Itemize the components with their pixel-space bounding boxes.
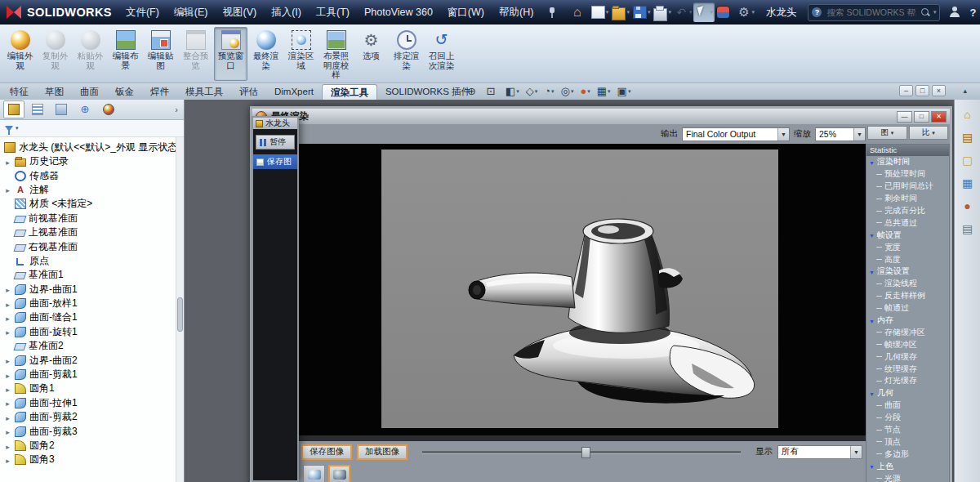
expand-arrow-icon[interactable]	[4, 426, 11, 437]
custom-properties-icon[interactable]: ▤	[959, 221, 977, 237]
render-view-button[interactable]	[303, 465, 325, 482]
apply-scene-icon[interactable]: ▦▾	[597, 85, 611, 98]
slider-thumb[interactable]	[581, 447, 590, 458]
image-menu-button[interactable]: 图▾	[867, 126, 907, 140]
statistic-item[interactable]: 多边形	[866, 448, 949, 460]
menu-pin-icon[interactable]	[546, 6, 559, 19]
hide-show-items-icon[interactable]: ◎▾	[561, 85, 574, 98]
search-input[interactable]	[825, 7, 917, 18]
ribbon-button-edit-appearance[interactable]: 编辑外观	[3, 27, 37, 81]
view-palette-icon[interactable]: ▦	[959, 175, 977, 191]
compare-menu-button[interactable]: 比▾	[909, 126, 949, 140]
rebuild-icon[interactable]: ▾	[715, 2, 736, 22]
statistic-item[interactable]: 曲面	[866, 399, 949, 412]
filter-dropdown-icon[interactable]: ▾	[16, 125, 19, 132]
tab-evaluate[interactable]: 评估	[231, 84, 266, 100]
view-orientation-icon[interactable]: ◇▾	[526, 85, 538, 98]
save-image-button[interactable]: 保存图像	[301, 444, 352, 460]
feature-tree-item[interactable]: 原点	[0, 254, 176, 268]
feature-tree-item[interactable]: 曲面-剪裁3	[0, 424, 176, 438]
image-compare-slider[interactable]	[422, 446, 741, 457]
ribbon-button-integrated-preview[interactable]: 整合预览	[179, 27, 212, 81]
feature-tree-item[interactable]: 基准面1	[0, 268, 176, 282]
feature-tree-item[interactable]: 传感器	[0, 168, 176, 182]
menu-photoview-360[interactable]: PhotoView 360	[357, 0, 440, 25]
expand-arrow-icon[interactable]	[4, 156, 11, 167]
statistic-item[interactable]: 高度	[866, 253, 949, 266]
undo-icon[interactable]: ↶▾	[673, 2, 694, 22]
tab-solidworks-add-ins[interactable]: SOLIDWORKS 插件	[377, 84, 479, 100]
statistic-item[interactable]: 上色	[866, 460, 949, 472]
dialog-minimize-button[interactable]: —	[897, 111, 912, 123]
feature-tree-root[interactable]: 水龙头 (默认<<默认>_外观 显示状态-2>)	[0, 140, 176, 154]
feature-tree-item[interactable]: 曲面-旋转1	[0, 325, 176, 339]
statistic-item[interactable]: 光源	[866, 472, 949, 482]
user-account-icon[interactable]	[948, 6, 961, 19]
save-icon[interactable]: ▾	[631, 2, 653, 22]
tree-scrollbar[interactable]	[176, 137, 184, 482]
doc-minimize-button[interactable]: –	[899, 85, 913, 96]
doc-restore-button[interactable]: □	[915, 85, 929, 96]
edit-appearance-icon[interactable]: ●▾	[580, 85, 590, 98]
feature-manager-tab[interactable]	[3, 100, 24, 118]
zoom-area-icon[interactable]: ⊡▾	[486, 85, 498, 98]
expand-arrow-icon[interactable]	[4, 412, 11, 423]
tab-features[interactable]: 特征	[2, 84, 37, 100]
expand-arrow-icon[interactable]	[4, 454, 11, 466]
expand-arrow-icon[interactable]	[4, 383, 11, 395]
feature-tree-item[interactable]: 曲面-缝合1	[0, 310, 176, 324]
statistic-item[interactable]: 灯光缓存	[866, 375, 949, 387]
feature-tree-item[interactable]: 基准面2	[0, 339, 176, 353]
tab-weldments[interactable]: 焊件	[142, 84, 177, 100]
compare-view-button[interactable]	[328, 465, 350, 482]
feature-tree-item[interactable]: 圆角1	[0, 382, 176, 395]
statistic-item[interactable]: 纹理缓存	[866, 363, 949, 375]
statistic-item[interactable]: 预处理时间	[866, 168, 949, 181]
statistic-item[interactable]: 渲染设置	[866, 266, 949, 278]
expand-arrow-icon[interactable]	[4, 312, 11, 324]
statistic-item[interactable]: 渲染线程	[866, 278, 949, 290]
ribbon-button-copy-appearance[interactable]: 复制外观	[38, 27, 72, 81]
print-icon[interactable]: ▾	[652, 2, 673, 22]
statistic-item[interactable]: 渲染时间	[866, 156, 949, 168]
design-library-icon[interactable]: ▤	[959, 129, 977, 145]
feature-tree-item[interactable]: 右视基准面	[0, 239, 176, 253]
options-gear-icon[interactable]: ⚙▾	[735, 2, 756, 22]
tab-surfaces[interactable]: 曲面	[72, 84, 107, 100]
feature-tree-item[interactable]: 边界-曲面2	[0, 353, 176, 367]
display-style-icon[interactable]: ◔▾	[544, 85, 554, 98]
feature-tree-item[interactable]: 前视基准面	[0, 212, 176, 225]
ribbon-button-edit-decal[interactable]: 编辑贴图	[144, 27, 177, 81]
menu-file[interactable]: 文件(F)	[118, 0, 167, 25]
ribbon-collapse-icon[interactable]: ▴	[963, 87, 967, 95]
ribbon-button-scene-illumination-proof[interactable]: 布景照明度校样	[319, 27, 353, 81]
statistic-item[interactable]: 宽度	[866, 241, 949, 253]
feature-tree-item[interactable]: 历史记录	[0, 154, 176, 168]
dialog-close-button[interactable]: ✕	[931, 111, 947, 123]
filter-funnel-icon[interactable]	[5, 126, 13, 132]
ribbon-button-recall-last-render[interactable]: 召回上次渲染	[425, 27, 458, 81]
statistic-item[interactable]: 几何	[866, 387, 949, 399]
home-icon[interactable]: ⌂▾	[568, 2, 590, 22]
feature-tree-item[interactable]: 上视基准面	[0, 225, 176, 239]
solidworks-resources-icon[interactable]: ⌂	[959, 106, 977, 123]
canvas-scrollbar[interactable]	[298, 435, 866, 441]
tab-sheet-metal[interactable]: 钣金	[107, 84, 142, 100]
statistic-item[interactable]: 存储缓冲区	[866, 326, 949, 338]
property-manager-tab[interactable]	[27, 100, 48, 118]
tab-dimxpert[interactable]: DimXpert	[266, 84, 322, 100]
output-select[interactable]: Final Color Output ▼	[682, 127, 790, 141]
help-icon[interactable]: ?	[969, 7, 976, 19]
configuration-manager-tab[interactable]	[51, 100, 72, 118]
statistic-item[interactable]: 节点	[866, 424, 949, 436]
expand-arrow-icon[interactable]	[4, 184, 11, 195]
tree-scrollbar-thumb[interactable]	[177, 297, 183, 332]
ribbon-button-render-region[interactable]: 渲染区域	[284, 27, 318, 81]
dialog-titlebar[interactable]: 最终渲染 — □ ✕	[252, 109, 950, 124]
display-manager-tab[interactable]	[98, 100, 119, 118]
feature-tree-item[interactable]: 曲面-拉伸1	[0, 396, 176, 410]
zoom-select[interactable]: 25% ▼	[815, 127, 866, 141]
expand-arrow-icon[interactable]	[4, 326, 11, 337]
view-settings-icon[interactable]: ▣▾	[617, 85, 631, 98]
load-image-button[interactable]: 加载图像	[357, 444, 408, 460]
